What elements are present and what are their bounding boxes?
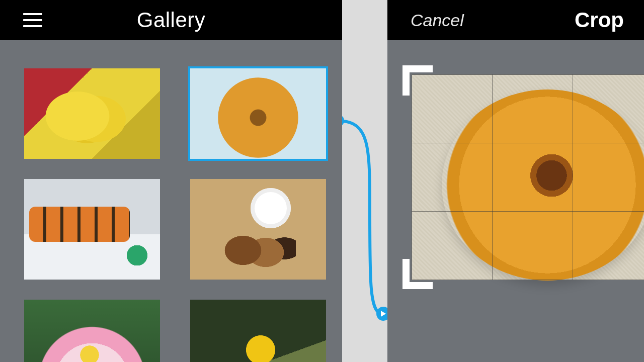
thumb-sushi-plate[interactable] <box>24 179 160 280</box>
crop-frame[interactable] <box>403 65 644 289</box>
thumb-dandelion[interactable] <box>190 300 326 362</box>
svg-point-0 <box>342 115 344 127</box>
gallery-titlebar: Gallery <box>0 0 342 40</box>
crop-pane: Cancel Crop <box>387 0 644 362</box>
menu-icon[interactable] <box>23 13 42 27</box>
thumb-bananas[interactable] <box>24 68 160 159</box>
gallery-title: Gallery <box>0 8 342 32</box>
gallery-pane: Gallery <box>0 0 342 362</box>
svg-point-1 <box>376 307 387 321</box>
crop-titlebar: Cancel Crop <box>387 0 644 40</box>
thumb-pink-peony[interactable] <box>24 300 160 362</box>
flow-connector <box>342 0 387 362</box>
pane-divider <box>342 0 387 362</box>
crop-title: Crop <box>575 8 624 32</box>
crop-area[interactable] <box>387 40 644 362</box>
thumb-snack-box[interactable] <box>190 179 326 280</box>
thumb-glazed-donut[interactable] <box>190 68 326 159</box>
crop-handle-top-left[interactable] <box>403 65 433 96</box>
gallery-grid <box>0 40 342 362</box>
crop-handle-bottom-left[interactable] <box>403 259 433 289</box>
crop-image <box>412 74 644 280</box>
cancel-button[interactable]: Cancel <box>411 11 464 30</box>
